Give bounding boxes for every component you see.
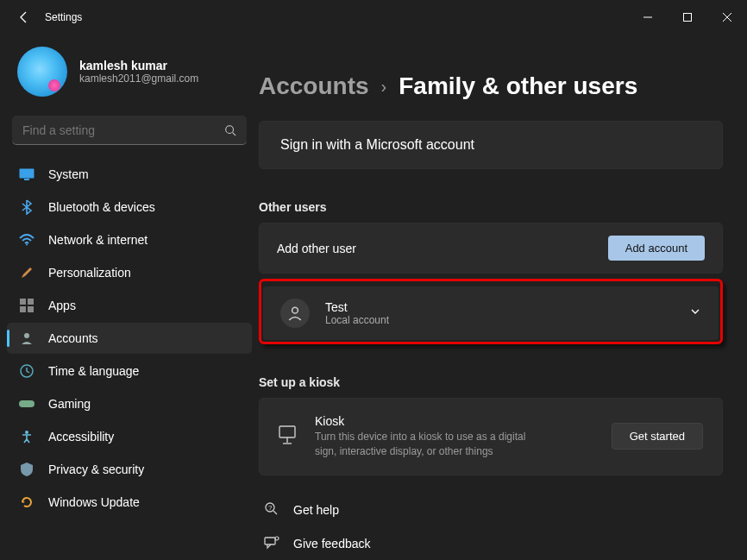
nav-label: Time & language bbox=[48, 364, 139, 378]
svg-rect-13 bbox=[19, 400, 35, 407]
user-email: kamlesh2011@gmail.com bbox=[79, 72, 198, 85]
back-button[interactable] bbox=[7, 0, 41, 35]
main-content: Accounts › Family & other users Sign in … bbox=[259, 35, 747, 560]
svg-rect-4 bbox=[20, 169, 35, 179]
feedback-icon bbox=[264, 535, 279, 553]
person-icon bbox=[280, 299, 310, 328]
window-controls bbox=[628, 0, 747, 35]
sidebar-item-apps[interactable]: Apps bbox=[7, 290, 252, 321]
person-icon bbox=[19, 330, 35, 346]
svg-point-6 bbox=[26, 244, 28, 246]
get-started-button[interactable]: Get started bbox=[612, 423, 703, 450]
user-row-test[interactable]: Test Local account bbox=[263, 286, 719, 340]
kiosk-heading: Set up a kiosk bbox=[259, 375, 723, 389]
maximize-button[interactable] bbox=[668, 0, 707, 35]
svg-rect-9 bbox=[20, 306, 26, 312]
sidebar-item-personalization[interactable]: Personalization bbox=[7, 257, 252, 288]
svg-rect-21 bbox=[265, 538, 275, 544]
minimize-button[interactable] bbox=[628, 0, 668, 35]
nav-label: Windows Update bbox=[48, 495, 140, 509]
nav-label: Accessibility bbox=[48, 430, 114, 444]
profile[interactable]: kamlesh kumar kamlesh2011@gmail.com bbox=[7, 35, 252, 116]
svg-rect-1 bbox=[684, 14, 692, 22]
nav-label: Gaming bbox=[48, 397, 91, 411]
kiosk-icon bbox=[279, 425, 296, 448]
add-user-label: Add other user bbox=[277, 242, 608, 255]
breadcrumb: Accounts › Family & other users bbox=[259, 35, 723, 121]
svg-line-3 bbox=[233, 132, 236, 135]
gaming-icon bbox=[19, 396, 35, 412]
svg-rect-10 bbox=[28, 306, 34, 312]
search-input[interactable] bbox=[22, 123, 224, 137]
display-icon bbox=[19, 167, 35, 182]
chevron-down-icon bbox=[689, 305, 701, 321]
nav-label: Personalization bbox=[48, 266, 131, 280]
avatar bbox=[17, 47, 67, 97]
sidebar-item-system[interactable]: System bbox=[7, 159, 252, 190]
get-help-link[interactable]: ? Get help bbox=[259, 500, 723, 521]
brush-icon bbox=[19, 265, 35, 280]
kiosk-title: Kiosk bbox=[315, 414, 593, 428]
svg-point-15 bbox=[292, 307, 298, 313]
sidebar: kamlesh kumar kamlesh2011@gmail.com Syst… bbox=[0, 35, 259, 560]
footer-links: ? Get help Give feedback bbox=[259, 500, 723, 555]
sidebar-item-bluetooth[interactable]: Bluetooth & devices bbox=[7, 192, 252, 223]
add-other-user-row: Add other user Add account bbox=[259, 223, 723, 274]
breadcrumb-parent[interactable]: Accounts bbox=[259, 72, 369, 100]
accessibility-icon bbox=[19, 429, 35, 444]
nav: System Bluetooth & devices Network & int… bbox=[7, 157, 252, 519]
svg-rect-5 bbox=[24, 179, 29, 180]
wifi-icon bbox=[19, 232, 35, 248]
sidebar-item-accessibility[interactable]: Accessibility bbox=[7, 421, 252, 452]
apps-icon bbox=[19, 298, 35, 313]
signin-text: Sign in with a Microsoft account bbox=[280, 137, 474, 153]
nav-label: Accounts bbox=[48, 331, 98, 345]
link-label: Get help bbox=[293, 503, 339, 517]
kiosk-desc: Turn this device into a kiosk to use as … bbox=[315, 430, 539, 459]
nav-label: System bbox=[48, 167, 89, 181]
sidebar-item-update[interactable]: Windows Update bbox=[7, 487, 252, 518]
page-title: Family & other users bbox=[399, 72, 637, 100]
sidebar-item-network[interactable]: Network & internet bbox=[7, 224, 252, 255]
user-type: Local account bbox=[325, 314, 389, 326]
titlebar: Settings bbox=[0, 0, 747, 35]
window-title: Settings bbox=[45, 11, 82, 23]
update-icon bbox=[19, 494, 35, 510]
highlighted-user: Test Local account bbox=[259, 279, 723, 344]
kiosk-card: Kiosk Turn this device into a kiosk to u… bbox=[259, 398, 723, 475]
svg-point-2 bbox=[226, 125, 234, 133]
user-name: kamlesh kumar bbox=[79, 59, 198, 72]
svg-point-11 bbox=[24, 333, 29, 338]
sidebar-item-gaming[interactable]: Gaming bbox=[7, 388, 252, 419]
nav-label: Network & internet bbox=[48, 233, 148, 247]
shield-icon bbox=[19, 462, 35, 477]
add-account-button[interactable]: Add account bbox=[608, 236, 705, 261]
close-button[interactable] bbox=[707, 0, 747, 35]
help-icon: ? bbox=[264, 501, 279, 519]
search-icon bbox=[224, 124, 236, 136]
chevron-right-icon: › bbox=[381, 77, 387, 97]
clock-icon bbox=[19, 363, 35, 379]
other-users-heading: Other users bbox=[259, 200, 723, 214]
svg-text:?: ? bbox=[268, 504, 273, 512]
svg-rect-7 bbox=[20, 299, 26, 305]
sidebar-item-time[interactable]: Time & language bbox=[7, 356, 252, 387]
svg-point-14 bbox=[25, 431, 28, 434]
link-label: Give feedback bbox=[293, 537, 371, 551]
svg-rect-16 bbox=[279, 426, 295, 437]
give-feedback-link[interactable]: Give feedback bbox=[259, 533, 723, 555]
sidebar-item-accounts[interactable]: Accounts bbox=[7, 323, 252, 354]
search-box[interactable] bbox=[12, 116, 247, 145]
bluetooth-icon bbox=[19, 199, 35, 215]
svg-rect-8 bbox=[28, 299, 34, 305]
sidebar-item-privacy[interactable]: Privacy & security bbox=[7, 454, 252, 485]
nav-label: Apps bbox=[48, 299, 76, 312]
nav-label: Privacy & security bbox=[48, 462, 144, 476]
signin-card[interactable]: Sign in with a Microsoft account bbox=[259, 121, 723, 169]
user-name: Test bbox=[325, 300, 389, 314]
nav-label: Bluetooth & devices bbox=[48, 200, 155, 214]
